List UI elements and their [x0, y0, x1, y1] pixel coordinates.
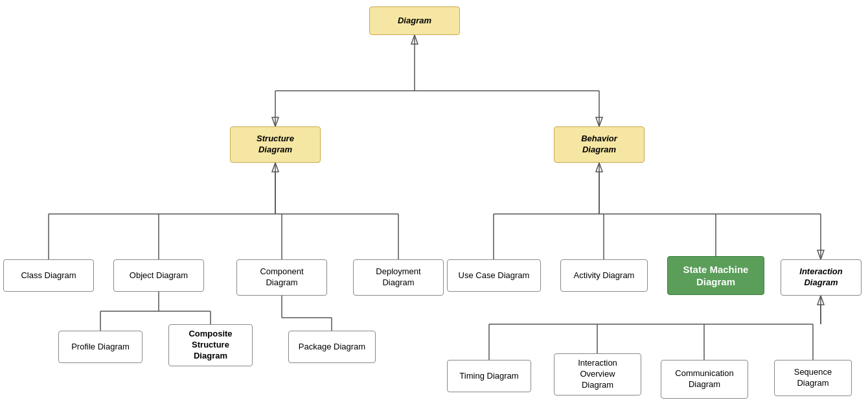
node-behavior: BehaviorDiagram — [554, 126, 645, 163]
node-usecase: Use Case Diagram — [447, 259, 541, 292]
svg-marker-5 — [272, 117, 279, 126]
node-composite: CompositeStructureDiagram — [168, 324, 253, 366]
svg-marker-1 — [411, 35, 418, 44]
node-timing-label: Timing Diagram — [459, 371, 518, 382]
node-timing: Timing Diagram — [447, 360, 531, 392]
node-communication: CommunicationDiagram — [661, 360, 748, 399]
node-communication-label: CommunicationDiagram — [675, 368, 733, 390]
node-class: Class Diagram — [3, 259, 94, 292]
node-statemachine-label: State MachineDiagram — [683, 263, 749, 289]
node-deployment-label: DeploymentDiagram — [376, 266, 420, 289]
node-package-label: Package Diagram — [299, 342, 365, 353]
svg-marker-32 — [817, 250, 824, 259]
node-interaction-label: InteractionDiagram — [799, 266, 842, 289]
node-behavior-label: BehaviorDiagram — [581, 134, 617, 156]
svg-marker-7 — [596, 117, 602, 126]
node-object: Object Diagram — [113, 259, 204, 292]
node-activity-label: Activity Diagram — [574, 270, 635, 281]
node-iod: InteractionOverviewDiagram — [554, 353, 641, 395]
node-class-label: Class Diagram — [21, 270, 76, 281]
node-activity: Activity Diagram — [560, 259, 648, 292]
svg-marker-25 — [596, 163, 602, 172]
node-profile: Profile Diagram — [58, 331, 143, 363]
svg-marker-9 — [272, 163, 279, 172]
node-component: ComponentDiagram — [236, 259, 327, 296]
node-structure: StructureDiagram — [230, 126, 321, 163]
svg-marker-34 — [817, 296, 824, 305]
node-sequence: SequenceDiagram — [774, 360, 852, 396]
node-package: Package Diagram — [288, 331, 376, 363]
node-statemachine: State MachineDiagram — [667, 256, 764, 295]
node-component-label: ComponentDiagram — [260, 266, 303, 289]
node-usecase-label: Use Case Diagram — [459, 270, 530, 281]
node-structure-label: StructureDiagram — [257, 134, 294, 156]
node-sequence-label: SequenceDiagram — [794, 367, 832, 389]
diagram-container: Diagram StructureDiagram BehaviorDiagram… — [0, 0, 868, 413]
node-composite-label: CompositeStructureDiagram — [188, 329, 232, 362]
node-diagram: Diagram — [369, 6, 460, 35]
node-deployment: DeploymentDiagram — [353, 259, 444, 296]
node-interaction: InteractionDiagram — [781, 259, 862, 296]
node-object-label: Object Diagram — [130, 270, 188, 281]
node-diagram-label: Diagram — [398, 16, 431, 27]
node-iod-label: InteractionOverviewDiagram — [578, 358, 617, 391]
node-profile-label: Profile Diagram — [71, 342, 130, 353]
